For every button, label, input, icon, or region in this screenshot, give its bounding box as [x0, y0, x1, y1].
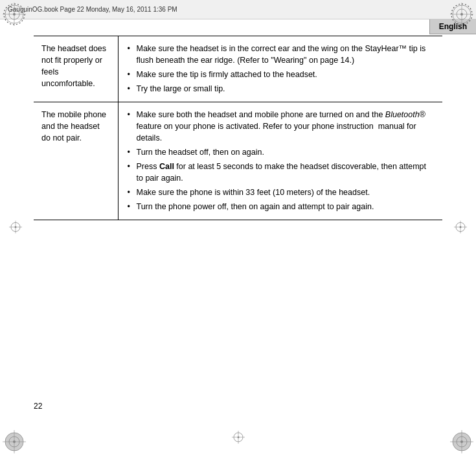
corner-mark-top-right	[450, 3, 473, 26]
corner-mark-bottom-right	[450, 430, 473, 453]
call-bold: Call	[159, 162, 174, 171]
list-item: Press Call for at least 5 seconds to mak…	[126, 161, 435, 184]
list-item: Turn the phone power off, then on again …	[126, 201, 435, 212]
list-item: Turn the headset off, then on again.	[126, 146, 435, 158]
corner-mark-top-left	[3, 3, 26, 26]
problem-cell-1: The headset does not fit properly or fee…	[34, 36, 118, 102]
header-text: GauguinOG.book Page 22 Monday, May 16, 2…	[8, 6, 177, 13]
list-item: Make sure the headset is in the correct …	[126, 43, 435, 66]
list-item: Make sure the phone is within 33 feet (1…	[126, 187, 435, 198]
solution-cell-1: Make sure the headset is in the correct …	[118, 36, 442, 102]
table-row: The mobile phone and the headset do not …	[34, 102, 442, 220]
corner-mark-bottom-left	[3, 430, 26, 453]
bottom-center-mark	[232, 431, 245, 446]
list-item: Make sure both the headset and mobile ph…	[126, 109, 435, 144]
header-bar: GauguinOG.book Page 22 Monday, May 16, 2…	[0, 0, 476, 19]
troubleshoot-table: The headset does not fit properly or fee…	[34, 36, 442, 220]
mid-right-mark	[454, 221, 467, 236]
content-area: The headset does not fit properly or fee…	[34, 36, 442, 398]
list-item: Try the large or small tip.	[126, 83, 435, 95]
list-item: Make sure the tip is firmly attached to …	[126, 69, 435, 80]
table-row: The headset does not fit properly or fee…	[34, 36, 442, 102]
solution-cell-2: Make sure both the headset and mobile ph…	[118, 102, 442, 220]
problem-cell-2: The mobile phone and the headset do not …	[34, 102, 118, 220]
mid-left-mark	[9, 221, 22, 236]
bluetooth-text: Bluetooth	[385, 110, 420, 119]
page-number: 22	[34, 402, 42, 411]
